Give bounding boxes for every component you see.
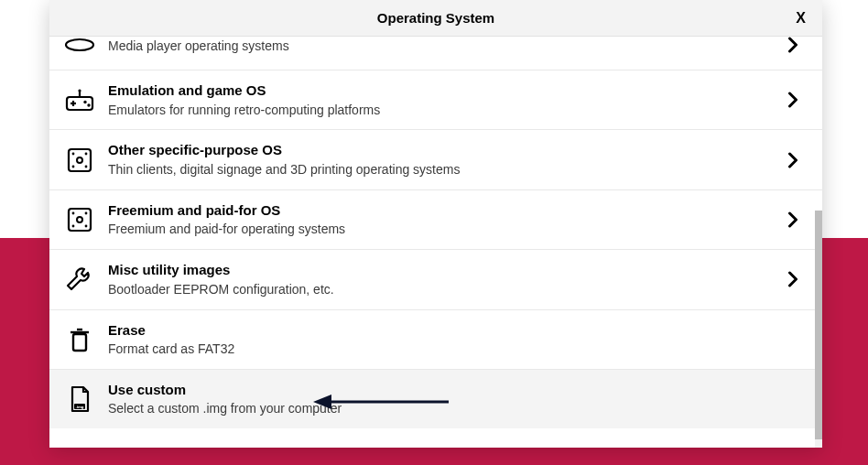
svg-point-11 xyxy=(85,152,88,155)
img-file-icon: .img xyxy=(59,382,101,416)
chevron-right-icon xyxy=(782,92,804,108)
svg-point-18 xyxy=(72,225,75,228)
chevron-right-icon xyxy=(782,271,804,287)
list-item-desc: Media player operating systems xyxy=(108,38,782,55)
list-item-text: Emulation and game OS Emulators for runn… xyxy=(101,81,782,118)
svg-point-10 xyxy=(72,152,75,155)
list-item-erase[interactable]: Erase Format card as FAT32 xyxy=(49,310,822,370)
wrench-icon xyxy=(59,262,101,297)
svg-point-12 xyxy=(72,165,75,168)
list-item-title: Use custom xyxy=(108,381,804,399)
svg-point-5 xyxy=(87,103,90,106)
list-item-text: Other specific-purpose OS Thin clients, … xyxy=(101,141,782,178)
list-item-other-purpose[interactable]: Other specific-purpose OS Thin clients, … xyxy=(49,130,822,189)
list-item-desc: Emulators for running retro-computing pl… xyxy=(108,102,782,119)
list-item-text: Media player operating systems xyxy=(101,37,782,54)
list-item-desc: Format card as FAT32 xyxy=(108,341,804,358)
close-button[interactable]: X xyxy=(796,10,806,27)
os-list: Media player operating systems xyxy=(49,37,822,428)
chevron-right-icon xyxy=(782,211,804,228)
trash-icon xyxy=(59,322,101,357)
list-item-title: Emulation and game OS xyxy=(108,81,782,100)
list-item-emulation[interactable]: Emulation and game OS Emulators for runn… xyxy=(49,70,822,130)
list-item-title: Freemium and paid-for OS xyxy=(108,201,782,220)
list-item-desc: Thin clients, digital signage and 3D pri… xyxy=(108,161,782,178)
svg-point-0 xyxy=(66,39,93,50)
svg-point-13 xyxy=(85,165,88,168)
svg-point-4 xyxy=(83,101,86,103)
list-item-title: Erase xyxy=(108,321,804,340)
os-select-modal: Operating System X Media player operatin… xyxy=(49,0,822,448)
list-item-misc-utility[interactable]: Misc utility images Bootloader EEPROM co… xyxy=(49,250,822,309)
list-item-title: Misc utility images xyxy=(108,261,782,279)
list-item-text: Use custom Select a custom .img from you… xyxy=(101,381,804,417)
svg-point-16 xyxy=(72,212,75,215)
list-item-text: Freemium and paid-for OS Freemium and pa… xyxy=(101,201,782,238)
list-item-desc: Freemium and paid-for operating systems xyxy=(108,221,782,238)
svg-rect-14 xyxy=(69,209,91,231)
svg-point-17 xyxy=(85,212,88,215)
svg-text:.img: .img xyxy=(75,405,83,409)
scroll-area: Media player operating systems xyxy=(49,37,822,448)
svg-rect-8 xyxy=(69,149,91,171)
list-item-use-custom[interactable]: .img Use custom Select a custom .img fro… xyxy=(49,370,822,428)
list-item-desc: Select a custom .img from your computer xyxy=(108,400,804,417)
svg-point-9 xyxy=(77,157,82,163)
list-item-text: Erase Format card as FAT32 xyxy=(101,321,804,358)
list-item-freemium[interactable]: Freemium and paid-for OS Freemium and pa… xyxy=(49,190,822,250)
media-icon xyxy=(59,37,101,62)
list-item[interactable]: Media player operating systems xyxy=(49,37,822,70)
list-item-desc: Bootloader EEPROM configuration, etc. xyxy=(108,281,782,298)
modal-title: Operating System xyxy=(377,10,494,26)
svg-point-19 xyxy=(85,225,88,228)
svg-point-7 xyxy=(78,90,81,92)
die-icon xyxy=(59,202,101,237)
die-icon xyxy=(59,143,101,178)
chevron-right-icon xyxy=(782,152,804,168)
scrollbar-thumb[interactable] xyxy=(815,211,822,439)
chevron-right-icon xyxy=(782,37,804,53)
svg-point-15 xyxy=(77,217,82,222)
gamepad-icon xyxy=(59,82,101,117)
svg-rect-20 xyxy=(73,334,86,351)
modal-header: Operating System X xyxy=(49,0,822,37)
list-item-text: Misc utility images Bootloader EEPROM co… xyxy=(101,261,782,297)
list-item-title: Other specific-purpose OS xyxy=(108,141,782,159)
